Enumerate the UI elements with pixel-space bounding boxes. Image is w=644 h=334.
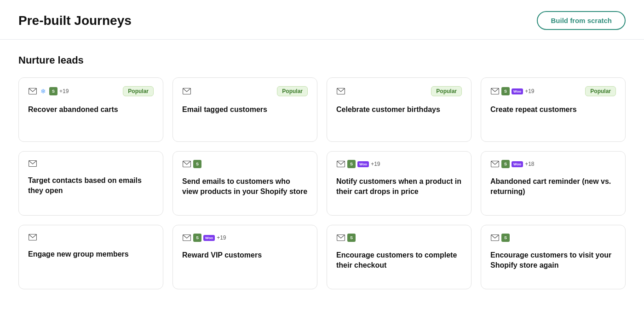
- card-abandoned-cart-reminder[interactable]: SWoo+18Abandoned cart reminder (new vs. …: [481, 151, 626, 216]
- snowflake-icon: ❄: [39, 87, 47, 95]
- card-title-engage-new-group-members: Engage new group members: [28, 249, 154, 259]
- card-header-send-emails-view-products: S: [182, 160, 308, 168]
- woo-icon: Woo: [512, 88, 523, 94]
- email-icon: [28, 160, 37, 167]
- card-email-tagged-customers[interactable]: PopularEmail tagged customers: [172, 77, 317, 142]
- card-send-emails-view-products[interactable]: SSend emails to customers who view produ…: [172, 151, 317, 216]
- card-header-encourage-visit-shopify: S: [490, 234, 616, 242]
- woo-icon: Woo: [357, 161, 369, 167]
- cards-row-row3: Engage new group members SWoo+19Reward V…: [18, 225, 626, 289]
- popular-badge: Popular: [123, 86, 154, 96]
- main-content: Nurture leads ❄S+19PopularRecover abando…: [0, 40, 644, 313]
- card-header-recover-abandoned-carts: ❄S+19Popular: [28, 86, 154, 96]
- email-icon: [490, 160, 500, 168]
- card-header-engage-new-group-members: [28, 234, 154, 241]
- card-celebrate-birthdays[interactable]: PopularCelebrate customer birthdays: [327, 77, 472, 142]
- woo-icon: Woo: [203, 235, 215, 241]
- shopify-icon: S: [193, 234, 201, 242]
- card-title-encourage-visit-shopify: Encourage customers to visit your Shopif…: [490, 250, 616, 271]
- card-icons-celebrate-birthdays: [336, 88, 345, 95]
- card-title-encourage-complete-checkout: Encourage customers to complete their ch…: [336, 250, 462, 271]
- shopify-icon: S: [501, 87, 510, 95]
- card-header-celebrate-birthdays: Popular: [336, 86, 462, 96]
- card-header-create-repeat-customers: SWoo+19Popular: [490, 86, 616, 96]
- card-icons-create-repeat-customers: SWoo+19: [490, 87, 535, 95]
- icon-count: +19: [371, 161, 380, 167]
- shopify-icon: S: [501, 234, 510, 242]
- card-header-notify-cart-price-drop: SWoo+19: [336, 160, 462, 168]
- email-icon: [182, 88, 191, 95]
- email-icon: [28, 88, 37, 95]
- popular-badge: Popular: [431, 86, 462, 96]
- page-header: Pre-built Journeys Build from scratch: [0, 0, 644, 40]
- card-header-abandoned-cart-reminder: SWoo+18: [490, 160, 616, 168]
- card-icons-email-tagged-customers: [182, 88, 191, 95]
- card-target-contacts[interactable]: Target contacts based on emails they ope…: [18, 151, 163, 216]
- shopify-icon: S: [347, 160, 356, 168]
- shopify-icon: S: [49, 87, 58, 95]
- cards-row-row1: ❄S+19PopularRecover abandoned carts Popu…: [18, 77, 626, 142]
- icon-count: +19: [525, 88, 534, 94]
- card-engage-new-group-members[interactable]: Engage new group members: [18, 225, 163, 289]
- email-icon: [490, 234, 500, 241]
- icon-count: +19: [59, 88, 69, 94]
- shopify-icon: S: [193, 160, 201, 168]
- card-title-abandoned-cart-reminder: Abandoned cart reminder (new vs. returni…: [490, 176, 616, 197]
- shopify-icon: S: [347, 234, 356, 242]
- email-icon: [336, 160, 345, 168]
- card-icons-abandoned-cart-reminder: SWoo+18: [490, 160, 535, 168]
- build-from-scratch-button[interactable]: Build from scratch: [537, 11, 626, 30]
- card-icons-notify-cart-price-drop: SWoo+19: [336, 160, 380, 168]
- card-icons-encourage-complete-checkout: S: [336, 234, 356, 242]
- card-header-encourage-complete-checkout: S: [336, 234, 462, 242]
- card-recover-abandoned-carts[interactable]: ❄S+19PopularRecover abandoned carts: [18, 77, 163, 142]
- card-icons-encourage-visit-shopify: S: [490, 234, 510, 242]
- page-title: Pre-built Journeys: [18, 13, 132, 28]
- card-reward-vip-customers[interactable]: SWoo+19Reward VIP customers: [172, 225, 317, 289]
- card-icons-target-contacts: [28, 160, 37, 167]
- card-title-notify-cart-price-drop: Notify customers when a product in their…: [336, 176, 462, 197]
- card-encourage-complete-checkout[interactable]: SEncourage customers to complete their c…: [327, 225, 472, 289]
- card-header-reward-vip-customers: SWoo+19: [182, 234, 308, 242]
- card-title-reward-vip-customers: Reward VIP customers: [182, 250, 308, 260]
- card-title-celebrate-birthdays: Celebrate customer birthdays: [336, 105, 462, 115]
- popular-badge: Popular: [277, 86, 308, 96]
- card-create-repeat-customers[interactable]: SWoo+19PopularCreate repeat customers: [481, 77, 626, 142]
- card-notify-cart-price-drop[interactable]: SWoo+19Notify customers when a product i…: [327, 151, 472, 216]
- section-title: Nurture leads: [18, 54, 626, 66]
- email-icon: [490, 88, 500, 95]
- email-icon: [28, 234, 37, 241]
- popular-badge: Popular: [585, 86, 616, 96]
- card-icons-send-emails-view-products: S: [182, 160, 201, 168]
- email-icon: [336, 234, 345, 241]
- card-header-target-contacts: [28, 160, 154, 167]
- card-icons-reward-vip-customers: SWoo+19: [182, 234, 226, 242]
- card-title-send-emails-view-products: Send emails to customers who view produc…: [182, 176, 308, 197]
- card-title-target-contacts: Target contacts based on emails they ope…: [28, 176, 154, 196]
- card-title-recover-abandoned-carts: Recover abandoned carts: [28, 105, 154, 115]
- email-icon: [182, 234, 191, 241]
- card-header-email-tagged-customers: Popular: [182, 86, 308, 96]
- card-icons-engage-new-group-members: [28, 234, 37, 241]
- woo-icon: Woo: [512, 161, 523, 167]
- icon-count: +18: [525, 161, 534, 167]
- card-title-email-tagged-customers: Email tagged customers: [182, 105, 308, 115]
- card-title-create-repeat-customers: Create repeat customers: [490, 105, 616, 115]
- email-icon: [336, 88, 345, 95]
- email-icon: [182, 160, 191, 168]
- cards-container: ❄S+19PopularRecover abandoned carts Popu…: [18, 77, 626, 289]
- card-icons-recover-abandoned-carts: ❄S+19: [28, 87, 69, 95]
- cards-row-row2: Target contacts based on emails they ope…: [18, 151, 626, 216]
- card-encourage-visit-shopify[interactable]: SEncourage customers to visit your Shopi…: [481, 225, 626, 289]
- shopify-icon: S: [501, 160, 510, 168]
- icon-count: +19: [217, 234, 226, 241]
